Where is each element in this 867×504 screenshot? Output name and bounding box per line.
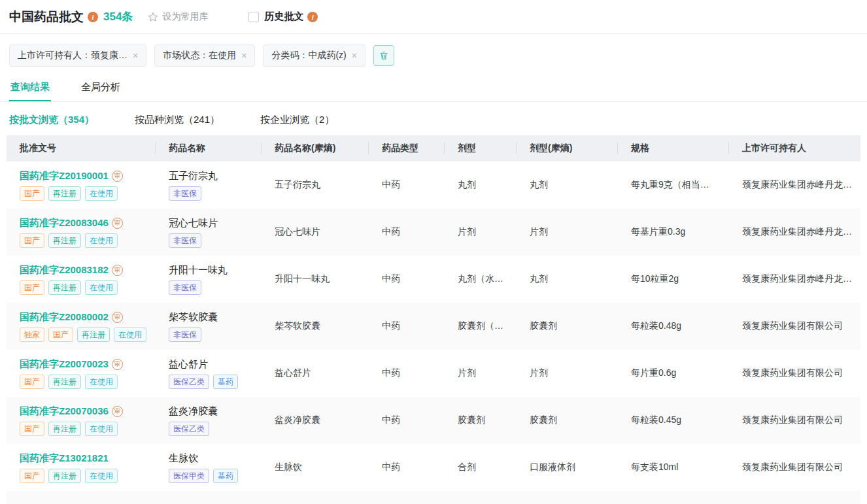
badge-国产: 国产 bbox=[20, 186, 44, 201]
status-badges: 独家国产再注册在使用 bbox=[20, 328, 156, 342]
insurance-badges: 非医保 bbox=[169, 280, 262, 295]
license-holder: 颈复康药业集团有限公司 bbox=[729, 462, 860, 473]
drug-name-moxie: 冠心七味片 bbox=[262, 226, 369, 238]
drug-type: 中药 bbox=[369, 179, 445, 191]
history-checkbox[interactable] bbox=[248, 12, 259, 22]
table-header: 批准文号药品名称药品名称(摩熵)药品类型剂型剂型(摩熵)规格上市许可持有人 bbox=[7, 135, 860, 161]
filter-row: 上市许可持有人：颈复康… × 市场状态：在使用 × 分类码：中成药(z) × bbox=[0, 34, 867, 76]
approval-number-link[interactable]: 国药准字Z20070023 bbox=[20, 358, 109, 371]
insurance-badges: 医保乙类 bbox=[169, 422, 262, 436]
set-favorite-label: 设为常用库 bbox=[162, 11, 208, 23]
drug-name-moxie: 生脉饮 bbox=[262, 462, 369, 473]
set-favorite-button[interactable]: 设为常用库 bbox=[147, 11, 208, 23]
dosage-form-moxie: 口服液体剂 bbox=[517, 462, 618, 473]
tab-查询结果[interactable]: 查询结果 bbox=[9, 76, 51, 101]
subtab-按企业浏览（2）[interactable]: 按企业浏览（2） bbox=[260, 114, 334, 126]
close-icon[interactable]: × bbox=[241, 51, 246, 60]
drug-name-moxie: 五子衍宗丸 bbox=[262, 179, 369, 191]
table-row[interactable]: 国药准字Z20083182 审 国产再注册在使用 升阳十一味丸 非医保 升阳十一… bbox=[7, 256, 860, 303]
drug-name: 五子衍宗丸 bbox=[169, 170, 262, 182]
dosage-form-moxie: 丸剂 bbox=[517, 179, 618, 191]
main-tabs: 查询结果全局分析 bbox=[0, 76, 867, 102]
badge-在使用: 在使用 bbox=[85, 422, 118, 436]
subtab-按批文浏览（354）[interactable]: 按批文浏览（354） bbox=[9, 114, 94, 126]
badge-再注册: 再注册 bbox=[48, 469, 81, 483]
badge-在使用: 在使用 bbox=[85, 375, 118, 389]
drug-name: 升阳十一味丸 bbox=[169, 264, 262, 277]
filter-tag-label: 上市许可持有人：颈复康… bbox=[18, 50, 128, 61]
dosage-form: 片剂 bbox=[445, 226, 517, 238]
drug-name-cell: 盆炎净胶囊 医保乙类 bbox=[156, 405, 262, 436]
dosage-form-moxie: 片剂 bbox=[517, 226, 618, 238]
approval-cell: 国药准字Z20070036 审 国产再注册在使用 bbox=[7, 405, 156, 436]
badge-再注册: 再注册 bbox=[48, 233, 81, 248]
status-badges: 国产再注册在使用 bbox=[20, 233, 156, 248]
approval-number-link[interactable]: 国药准字Z20080002 bbox=[20, 311, 109, 324]
tab-全局分析[interactable]: 全局分析 bbox=[80, 76, 122, 101]
audit-icon: 审 bbox=[112, 265, 123, 276]
audit-icon: 审 bbox=[112, 171, 123, 182]
table-row[interactable]: 国药准字Z20070036 审 国产再注册在使用 盆炎净胶囊 医保乙类 盆炎净胶… bbox=[7, 397, 860, 444]
specification: 每基片重0.3g bbox=[618, 226, 729, 238]
license-holder: 颈复康药业集团赤峰丹龙… bbox=[729, 179, 860, 191]
drug-name: 益心舒片 bbox=[169, 358, 262, 371]
badge-医保乙类: 医保乙类 bbox=[169, 375, 209, 389]
approval-number-link[interactable]: 国药准字Z20070036 bbox=[20, 405, 109, 418]
table-body: 国药准字Z20190001 审 国产再注册在使用 五子衍宗丸 非医保 五子衍宗丸… bbox=[7, 161, 860, 491]
info-icon[interactable]: i bbox=[88, 12, 98, 22]
drug-name-moxie: 柴芩软胶囊 bbox=[262, 320, 369, 332]
approval-cell: 国药准字Z20070023 审 国产再注册在使用 bbox=[7, 358, 156, 389]
top-bar: 中国药品批文 i 354条 设为常用库 历史批文 i bbox=[0, 0, 867, 34]
dosage-form: 片剂 bbox=[445, 367, 517, 379]
table-row[interactable]: 国药准字Z20070023 审 国产再注册在使用 益心舒片 医保乙类基药 益心舒… bbox=[7, 350, 860, 397]
drug-name-cell: 升阳十一味丸 非医保 bbox=[156, 264, 262, 295]
subtab-按品种浏览（241）[interactable]: 按品种浏览（241） bbox=[135, 114, 220, 126]
filter-tag[interactable]: 分类码：中成药(z) × bbox=[263, 44, 366, 67]
approval-number-link[interactable]: 国药准字Z20083046 bbox=[20, 217, 109, 229]
approval-number-link[interactable]: 国药准字Z20190001 bbox=[20, 170, 109, 182]
dosage-form-moxie: 胶囊剂 bbox=[517, 414, 618, 426]
table-row[interactable]: 国药准字Z20190001 审 国产再注册在使用 五子衍宗丸 非医保 五子衍宗丸… bbox=[7, 161, 860, 209]
dosage-form: 合剂 bbox=[445, 462, 517, 473]
table-row[interactable]: 国药准字Z13021821 国产再注册在使用 生脉饮 医保甲类基药 生脉饮 中药… bbox=[7, 444, 860, 491]
badge-再注册: 再注册 bbox=[48, 280, 81, 295]
drug-name-cell: 柴芩软胶囊 非医保 bbox=[156, 311, 262, 342]
column-header-3: 药品类型 bbox=[369, 143, 445, 154]
column-header-6: 规格 bbox=[618, 143, 729, 154]
table-row[interactable]: 国药准字Z20080002 审 独家国产再注册在使用 柴芩软胶囊 非医保 柴芩软… bbox=[7, 303, 860, 350]
badge-再注册: 再注册 bbox=[77, 328, 110, 342]
dosage-form: 胶囊剂 bbox=[445, 414, 517, 426]
status-badges: 国产再注册在使用 bbox=[20, 422, 156, 436]
approval-cell: 国药准字Z13021821 国产再注册在使用 bbox=[7, 452, 156, 483]
close-icon[interactable]: × bbox=[133, 51, 138, 60]
drug-name-cell: 冠心七味片 非医保 bbox=[156, 217, 262, 248]
status-badges: 国产再注册在使用 bbox=[20, 469, 156, 483]
audit-icon: 审 bbox=[112, 406, 123, 417]
results-table: 批准文号药品名称药品名称(摩熵)药品类型剂型剂型(摩熵)规格上市许可持有人 国药… bbox=[7, 135, 860, 504]
specification: 每片重0.6g bbox=[618, 367, 729, 379]
approval-number-link[interactable]: 国药准字Z20083182 bbox=[20, 264, 109, 277]
column-header-0: 批准文号 bbox=[7, 143, 156, 154]
badge-基药: 基药 bbox=[213, 469, 238, 483]
drug-name-moxie: 盆炎净胶囊 bbox=[262, 414, 369, 426]
insurance-badges: 非医保 bbox=[169, 186, 262, 201]
badge-在使用: 在使用 bbox=[85, 280, 118, 295]
badge-非医保: 非医保 bbox=[169, 280, 201, 295]
close-icon[interactable]: × bbox=[352, 51, 357, 60]
filter-tag[interactable]: 市场状态：在使用 × bbox=[154, 44, 255, 67]
badge-国产: 国产 bbox=[20, 422, 44, 436]
drug-type: 中药 bbox=[369, 367, 445, 379]
badge-非医保: 非医保 bbox=[169, 186, 201, 201]
approval-number-link[interactable]: 国药准字Z13021821 bbox=[20, 452, 109, 465]
filter-tag[interactable]: 上市许可持有人：颈复康… × bbox=[9, 44, 146, 67]
drug-type: 中药 bbox=[369, 462, 445, 473]
clear-filters-button[interactable] bbox=[373, 45, 394, 66]
column-header-5: 剂型(摩熵) bbox=[517, 143, 618, 154]
filter-tags-container: 上市许可持有人：颈复康… × 市场状态：在使用 × 分类码：中成药(z) × bbox=[9, 44, 366, 67]
drug-name: 盆炎净胶囊 bbox=[169, 405, 262, 418]
page-title: 中国药品批文 bbox=[9, 8, 84, 25]
badge-国产: 国产 bbox=[48, 328, 73, 342]
table-row[interactable]: 国药准字Z20083046 审 国产再注册在使用 冠心七味片 非医保 冠心七味片… bbox=[7, 209, 860, 256]
history-info-icon[interactable]: i bbox=[307, 12, 318, 22]
dosage-form: 胶囊剂（… bbox=[445, 320, 517, 332]
